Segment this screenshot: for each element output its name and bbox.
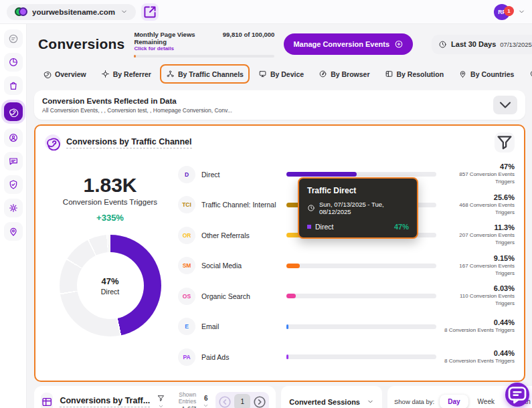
conversion-events-banner: Conversion Events Reflected in Data All … — [34, 90, 525, 120]
manage-conversion-events-button[interactable]: Manage Conversion Events — [284, 33, 413, 55]
menu-collapse-icon — [8, 33, 19, 44]
chart-filter-button[interactable] — [495, 132, 515, 152]
tooltip-title: Traffic Direct — [307, 186, 409, 195]
notification-badge: 1 — [504, 6, 514, 16]
granularity-day[interactable]: Day — [440, 395, 468, 408]
channel-label: Traffic Channel: Internal — [201, 201, 280, 209]
clock-icon — [307, 204, 315, 212]
donut-chart[interactable]: 47% Direct — [60, 235, 161, 336]
page-header: Conversions Monthly Page Views Remaining… — [27, 24, 532, 60]
map-pin-icon — [458, 70, 467, 78]
shown-entries: Shown Entries 1-6/7 — [172, 391, 196, 408]
chevron-down-icon — [120, 8, 128, 15]
main-content: Conversions Monthly Page Views Remaining… — [27, 24, 532, 408]
sidebar-item-menu-collapse[interactable] — [4, 29, 23, 48]
pageviews-value: 99,810 of 100,000 — [223, 31, 275, 38]
channel-row[interactable]: PA Paid Ads 0.44% 8 Conversion Events Tr… — [178, 342, 515, 373]
open-site-button[interactable] — [141, 3, 159, 21]
resolution-layout-icon — [385, 70, 393, 78]
channel-label: Direct — [201, 171, 280, 179]
tab-by-referrer[interactable]: By Referrer — [95, 64, 157, 84]
banner-title: Conversion Events Reflected in Data — [42, 97, 232, 105]
channel-badge: SM — [178, 257, 195, 274]
pageviews-details-link[interactable]: Click for details — [134, 45, 218, 52]
chat-widget-button[interactable] — [505, 383, 529, 407]
tab-bar: Overview By Referrer By Traffic Channels… — [27, 60, 532, 88]
table-controls: Conversions by Traff... Shown Entries 1-… — [34, 386, 276, 408]
channel-label: Other Referrals — [201, 231, 280, 239]
tab-by-traffic-channels[interactable]: By Traffic Channels — [160, 64, 250, 84]
channel-row[interactable]: OS Organic Search 6.03% 110 Conversion E… — [178, 281, 515, 312]
current-page[interactable]: 1 — [234, 394, 250, 408]
website-name: yourwebsitename.com — [32, 8, 115, 16]
topbar: yourwebsitename.com RF 1 — [0, 0, 532, 24]
sidebar-item-gear[interactable] — [4, 199, 23, 217]
series-color-dot — [307, 225, 311, 229]
traffic-nodes-icon — [166, 70, 175, 78]
next-page-button[interactable] — [252, 395, 267, 408]
tab-by-device[interactable]: By Device — [252, 64, 310, 84]
chevron-down-icon — [367, 398, 374, 405]
page-size-selector[interactable]: 6 — [203, 395, 209, 408]
sidebar-item-pie-chart[interactable] — [4, 53, 23, 72]
tab-by-browser[interactable]: By Browser — [313, 64, 375, 84]
chevron-down-icon — [158, 403, 164, 408]
chevron-down-icon[interactable] — [518, 8, 525, 15]
channel-bar — [286, 294, 436, 298]
channel-stats: 6.03% 110 Conversion Events Triggers — [442, 284, 515, 308]
prev-page-button[interactable] — [217, 395, 232, 408]
channel-badge: OR — [178, 227, 195, 244]
plus-circle-icon — [394, 39, 404, 49]
channel-label: Organic Search — [201, 292, 280, 300]
metric-dropdown[interactable]: Converted Sessions — [281, 386, 382, 408]
sidebar-item-map-pin[interactable] — [4, 222, 23, 241]
funnel-icon — [157, 394, 165, 403]
sidebar-item-shield-check[interactable] — [4, 175, 23, 194]
chat-icon — [8, 156, 19, 167]
tooltip-series-value: 47% — [394, 223, 409, 231]
channel-label: Email — [201, 322, 280, 330]
channel-label: Paid Ads — [201, 353, 280, 361]
conversions-spiral-icon — [8, 106, 19, 117]
sidebar-item-shopping-bag[interactable] — [4, 76, 23, 95]
channel-bar — [286, 324, 436, 329]
channel-badge: PA — [178, 348, 195, 366]
tab-by-cities[interactable]: By Cities — [523, 64, 532, 84]
chart-tooltip: Traffic Direct Sun, 07/13/2025 - Tue, 08… — [298, 177, 418, 239]
table-title[interactable]: Conversions by Traff... — [60, 396, 150, 407]
tab-overview[interactable]: Overview — [37, 64, 92, 84]
sidebar-item-chat[interactable] — [4, 152, 23, 171]
gear-icon — [8, 203, 19, 213]
channel-badge: TCI — [178, 196, 195, 213]
table-icon — [41, 393, 53, 408]
map-pin-icon — [529, 70, 532, 78]
sidebar-item-audience-target[interactable] — [4, 128, 23, 147]
table-filter-button[interactable] — [157, 394, 165, 408]
site-favicon — [15, 7, 27, 17]
pagination: 1 — [215, 392, 269, 408]
bottom-bar: Conversions by Traff... Shown Entries 1-… — [34, 386, 525, 408]
browser-compass-icon — [319, 70, 327, 78]
total-triggers: 1.83K — [45, 174, 175, 197]
chart-title[interactable]: Conversions by Traffic Channel — [66, 137, 192, 148]
channel-bar — [286, 354, 436, 359]
granularity-week[interactable]: Week — [470, 395, 503, 408]
tab-by-countries[interactable]: By Countries — [452, 64, 520, 84]
conversions-by-traffic-channel-card: Conversions by Traffic Channel 1.83K Con… — [34, 124, 525, 382]
date-range-selector[interactable]: Last 30 Days 07/13/2025 - 08/12/2025 — [432, 35, 532, 54]
change-percent: +335% — [45, 213, 175, 223]
user-menu[interactable]: RF 1 — [494, 4, 514, 20]
channel-stats: 0.44% 8 Conversion Events Triggers — [442, 349, 515, 365]
tab-by-resolution[interactable]: By Resolution — [379, 64, 450, 84]
referrer-diamond-icon — [101, 70, 110, 78]
sidebar-item-conversions-spiral[interactable] — [4, 102, 23, 121]
channel-row[interactable]: SM Social Media 9.15% 167 Conversion Eve… — [178, 251, 515, 282]
pie-chart-icon — [8, 57, 19, 68]
sidebar — [0, 24, 27, 408]
channel-stats: 47% 857 Conversion Events Triggers — [442, 163, 515, 186]
website-selector[interactable]: yourwebsitename.com — [7, 4, 136, 20]
channel-row[interactable]: E Email 0.44% 8 Conversion Events Trigge… — [178, 312, 515, 342]
channel-label: Social Media — [201, 262, 280, 270]
channel-stats: 0.44% 8 Conversion Events Triggers — [442, 318, 515, 334]
banner-expand-button[interactable] — [493, 96, 517, 114]
